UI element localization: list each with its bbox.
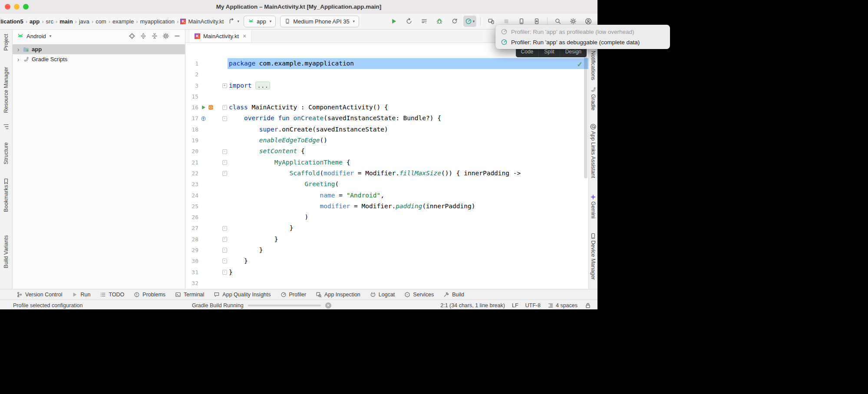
fold-marker[interactable]: - <box>222 105 227 110</box>
breadcrumb-item-myapplication[interactable]: myapplication <box>140 18 175 25</box>
code-line-27[interactable]: 27- } <box>185 223 588 233</box>
code-line-18[interactable]: 18 super.onCreate(savedInstanceState) <box>185 124 588 135</box>
tool-window-button-version-control[interactable]: Version Control <box>17 292 62 298</box>
breadcrumb-item-java[interactable]: java <box>79 18 90 25</box>
popup-item-2[interactable]: Profiler: Run 'app' as debuggable (compl… <box>495 37 670 47</box>
apply-changes-button[interactable] <box>448 16 461 27</box>
breadcrumb-item-main[interactable]: main <box>59 18 73 25</box>
gradle-icon[interactable] <box>590 86 597 93</box>
tool-window-button-notifications[interactable]: Notifications <box>590 51 596 80</box>
tool-window-button-terminal[interactable]: Terminal <box>175 292 204 298</box>
lock-icon[interactable] <box>584 302 591 309</box>
project-view-selector[interactable]: Android <box>26 33 46 39</box>
debug-button[interactable] <box>433 16 446 27</box>
code-line-17[interactable]: 17- override fun onCreate(savedInstanceS… <box>185 113 588 124</box>
code-line-21[interactable]: 21- MyApplicationTheme { <box>185 157 588 168</box>
code-line-19[interactable]: 19 enableEdgeToEdge() <box>185 135 588 146</box>
cancel-build-icon[interactable]: ✕ <box>325 302 331 309</box>
tool-window-button-profiler[interactable]: Profiler <box>281 292 307 298</box>
tree-item-gradle-scripts[interactable]: ›Gradle Scripts <box>13 54 185 64</box>
fold-marker[interactable]: - <box>222 171 227 176</box>
code-line-29[interactable]: 29- } <box>185 245 588 256</box>
encoding-widget[interactable]: UTF-8 <box>525 302 541 309</box>
tool-window-button-run[interactable]: Run <box>72 292 90 298</box>
fold-marker[interactable]: - <box>222 259 227 263</box>
fold-marker[interactable]: - <box>222 226 227 231</box>
editor-tab-mainactivity[interactable]: K MainActivity.kt × <box>189 30 252 43</box>
run-line-icon[interactable] <box>201 105 206 110</box>
fold-marker[interactable]: - <box>222 237 227 242</box>
device-select[interactable]: Medium Phone API 35 ▾ <box>280 16 359 27</box>
device-mirror-button[interactable] <box>485 16 498 27</box>
panel-settings-button[interactable] <box>162 33 169 39</box>
breadcrumb-item-app[interactable]: app <box>29 18 40 25</box>
composable-preview-icon[interactable] <box>208 105 214 110</box>
tool-window-button-services[interactable]: Services <box>404 292 434 298</box>
indent-widget[interactable]: 4 spaces <box>548 302 578 309</box>
structure-icon[interactable] <box>3 123 10 130</box>
breadcrumb-item-src[interactable]: src <box>46 18 54 25</box>
tool-window-button-resource-manager[interactable]: Resource Manager <box>3 67 9 113</box>
editor-scrollbar[interactable] <box>584 56 587 178</box>
fold-marker[interactable]: - <box>222 248 227 253</box>
code-line-25[interactable]: 25 modifier = Modifier.padding(innerPadd… <box>185 201 588 212</box>
popup-item-1[interactable]: Profiler: Run 'app' as profileable (low … <box>495 26 670 37</box>
close-tab-icon[interactable]: × <box>243 33 246 39</box>
vcs-widget[interactable]: ▾ <box>228 18 239 25</box>
breadcrumb-item-mainactivity-kt[interactable]: MainActivity.kt <box>188 18 224 25</box>
code-line-24[interactable]: 24 name = "Android", <box>185 190 588 201</box>
override-method-icon[interactable] <box>201 116 206 121</box>
tool-window-button-device-manager[interactable]: Device Manager <box>590 240 596 280</box>
zoom-button[interactable] <box>23 4 29 10</box>
code-line-31[interactable]: 31-} <box>185 267 588 278</box>
code-line-23[interactable]: 23 Greeting( <box>185 179 588 190</box>
tool-window-button-todo[interactable]: TODO <box>100 292 124 298</box>
breadcrumb-item-lication5[interactable]: lication5 <box>0 18 24 25</box>
tool-window-button-project[interactable]: Project <box>3 34 9 51</box>
device-manager-icon[interactable] <box>590 233 597 240</box>
run-configuration-select[interactable]: app ▾ <box>244 16 276 27</box>
tool-window-button-app-inspection[interactable]: App Inspection <box>316 292 360 298</box>
inspection-ok-icon[interactable]: ✓ <box>577 60 583 69</box>
expand-all-button[interactable] <box>140 33 147 39</box>
code-line-28[interactable]: 28- } <box>185 234 588 245</box>
gemini-icon[interactable] <box>590 194 597 200</box>
code-line-30[interactable]: 30- } <box>185 256 588 266</box>
tool-window-button-problems[interactable]: Problems <box>134 292 165 298</box>
tool-window-button-app-links-assistant[interactable]: App Links Assistant <box>590 131 596 178</box>
caret-position-widget[interactable]: 2:1 (34 chars, 1 line break) <box>440 302 505 309</box>
close-button[interactable] <box>5 4 10 10</box>
fold-marker[interactable]: + <box>222 83 227 88</box>
code-editor[interactable]: 1package com.example.myapplication23+imp… <box>185 43 588 289</box>
code-line-20[interactable]: 20- setContent { <box>185 146 588 157</box>
chevron-right-icon[interactable]: › <box>16 46 20 53</box>
chevron-right-icon[interactable]: › <box>16 56 20 63</box>
bookmarks-icon[interactable] <box>3 178 10 185</box>
breadcrumb-item-com[interactable]: com <box>95 18 107 25</box>
minimize-button[interactable] <box>14 4 20 10</box>
app-links-assistant-icon[interactable] <box>590 123 597 130</box>
code-line-2[interactable]: 2 <box>185 69 588 80</box>
fold-marker[interactable]: - <box>222 116 227 121</box>
code-line-16[interactable]: 16-class MainActivity : ComponentActivit… <box>185 102 588 113</box>
tool-window-button-gradle[interactable]: Gradle <box>590 94 596 111</box>
rerun-button[interactable] <box>403 16 416 27</box>
fold-marker[interactable]: - <box>222 149 227 154</box>
code-line-26[interactable]: 26 ) <box>185 212 588 223</box>
hide-panel-button[interactable] <box>174 33 181 39</box>
tool-window-button-build-variants[interactable]: Build Variants <box>3 235 9 268</box>
code-line-32[interactable]: 32 <box>185 278 588 289</box>
profiler-button[interactable]: ▾ <box>463 16 476 27</box>
collapse-all-button[interactable] <box>151 33 158 39</box>
code-line-15[interactable]: 15 <box>185 91 588 102</box>
code-line-3[interactable]: 3+import ... <box>185 80 588 91</box>
code-line-22[interactable]: 22- Scaffold(modifier = Modifier.fillMax… <box>185 168 588 179</box>
tool-window-button-build[interactable]: Build <box>443 292 464 298</box>
tool-window-button-logcat[interactable]: Logcat <box>370 292 395 298</box>
fold-marker[interactable]: - <box>222 270 227 275</box>
line-separator-widget[interactable]: LF <box>512 302 518 309</box>
locate-file-button[interactable] <box>129 33 135 39</box>
fold-marker[interactable]: - <box>222 160 227 165</box>
breadcrumb-item-example[interactable]: example <box>112 18 134 25</box>
tool-window-button-app-quality-insights[interactable]: App Quality Insights <box>214 292 271 298</box>
